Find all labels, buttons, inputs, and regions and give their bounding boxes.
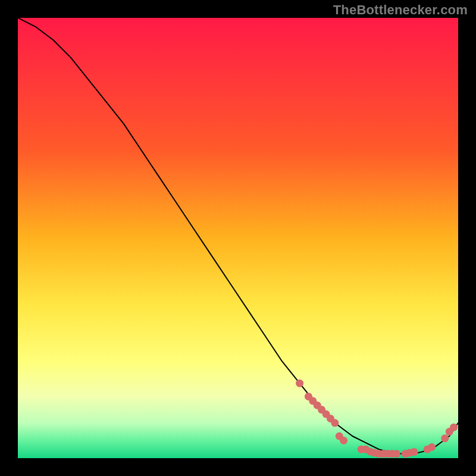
gradient-bg: [18, 18, 458, 458]
data-point: [450, 424, 458, 431]
data-point: [441, 434, 449, 442]
chart-svg: [18, 18, 458, 458]
data-point: [340, 437, 347, 444]
data-point: [393, 450, 400, 458]
data-point: [428, 443, 436, 451]
data-point: [411, 448, 418, 456]
plot-area: [18, 18, 458, 458]
watermark-label: TheBottlenecker.com: [333, 2, 468, 18]
data-point: [331, 419, 339, 427]
data-point: [296, 380, 303, 387]
chart-frame: TheBottlenecker.com: [0, 0, 476, 476]
